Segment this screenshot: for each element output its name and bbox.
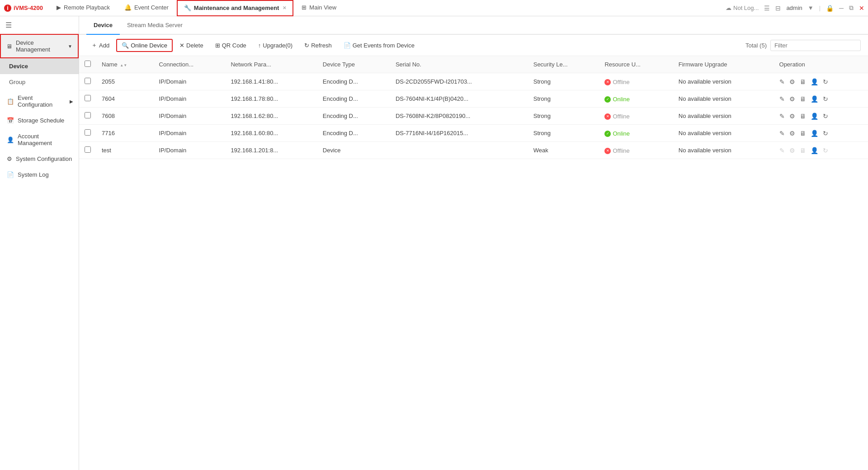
- table-row: 7604 IP/Domain 192.168.1.78:80... Encodi…: [79, 90, 868, 108]
- list-icon-btn[interactable]: ☰: [764, 5, 770, 12]
- sidebar-item-account-management[interactable]: 👤 Account Management: [0, 128, 79, 151]
- settings-icon[interactable]: ⚙: [789, 130, 795, 137]
- select-all-checkbox[interactable]: [85, 61, 91, 67]
- toolbar-right: Total (5): [745, 40, 861, 51]
- row-name: 7608: [96, 108, 154, 125]
- row-serial-no: DS-7608NI-K2/8P0820190...: [390, 108, 528, 125]
- tab-event-center[interactable]: 🔔 Event Center: [118, 0, 175, 16]
- row-checkbox[interactable]: [85, 129, 91, 136]
- tab-remote-playback[interactable]: ▶ Remote Playback: [50, 0, 116, 16]
- table-row: 2055 IP/Domain 192.168.1.41:80... Encodi…: [79, 73, 868, 90]
- sidebar-item-system-log[interactable]: 📄 System Log: [0, 167, 79, 183]
- row-network: 192.168.1.41:80...: [225, 73, 317, 90]
- toolbar: ＋ Add 🔍 Online Device ✕ Delete ⊞ QR Code…: [79, 35, 868, 56]
- header-security-level: Security Le...: [528, 56, 599, 73]
- row-name: 7604: [96, 90, 154, 108]
- filter-input[interactable]: [770, 40, 861, 51]
- row-resource: ✓ Online: [599, 90, 673, 108]
- row-serial-no: DS-7604NI-K1/4P(B)0420...: [390, 90, 528, 108]
- system-icon: ⚙: [7, 155, 12, 162]
- remote-config-icon[interactable]: 🖥: [800, 78, 806, 85]
- remote-config-icon: 🖥: [800, 147, 806, 154]
- row-checkbox-cell: [79, 108, 96, 125]
- remote-config-icon[interactable]: 🖥: [800, 95, 806, 103]
- user-icon[interactable]: 👤: [811, 130, 818, 137]
- sidebar-item-event-configuration[interactable]: 📋 Event Configuration ▶: [0, 90, 79, 113]
- user-icon: 👤: [811, 147, 818, 154]
- sub-tab-stream-media-server[interactable]: Stream Media Server: [120, 16, 190, 35]
- tab-close-icon[interactable]: ✕: [283, 5, 286, 10]
- app-logo: i iVMS-4200: [4, 4, 43, 12]
- search-icon: 🔍: [122, 42, 129, 49]
- edit-icon[interactable]: ✎: [779, 113, 785, 120]
- sidebar-toggle[interactable]: ☰: [0, 16, 79, 34]
- status-text: Online: [613, 130, 630, 137]
- edit-icon[interactable]: ✎: [779, 78, 785, 85]
- tab-main-view[interactable]: ⊞ Main View: [295, 0, 343, 16]
- status-text: Offline: [613, 113, 629, 120]
- grid-icon-btn[interactable]: ⊟: [775, 5, 781, 12]
- upgrade-button[interactable]: ↑ Upgrade(0): [253, 39, 297, 52]
- user-icon[interactable]: 👤: [811, 78, 818, 85]
- row-checkbox[interactable]: [85, 95, 91, 101]
- row-connection: IP/Domain: [154, 125, 226, 142]
- user-label: admin: [786, 5, 802, 11]
- row-device-type: Encoding D...: [317, 90, 390, 108]
- refresh-button[interactable]: ↻ Refresh: [299, 39, 337, 52]
- operation-icons: ✎ ⚙ 🖥 👤 ↻: [779, 113, 863, 120]
- row-device-type: Encoding D...: [317, 125, 390, 142]
- content-area: Device Stream Media Server ＋ Add 🔍 Onlin…: [79, 16, 868, 470]
- table-header-row: Name ▲▼ Connection... Network Para... De…: [79, 56, 868, 73]
- row-checkbox[interactable]: [85, 112, 91, 118]
- delete-button[interactable]: ✕ Delete: [175, 39, 208, 52]
- sidebar-item-device-management[interactable]: 🖥 Device Management ▼: [0, 34, 79, 58]
- remote-config-icon[interactable]: 🖥: [800, 130, 806, 137]
- refresh-icon[interactable]: ↻: [823, 113, 828, 120]
- tab-maintenance[interactable]: 🔧 Maintenance and Management ✕: [177, 0, 294, 16]
- edit-icon[interactable]: ✎: [779, 130, 785, 137]
- add-button[interactable]: ＋ Add: [86, 38, 114, 52]
- settings-icon[interactable]: ⚙: [789, 78, 795, 85]
- table-row: 7716 IP/Domain 192.168.1.60:80... Encodi…: [79, 125, 868, 142]
- settings-icon[interactable]: ⚙: [789, 95, 795, 103]
- user-icon[interactable]: 👤: [811, 113, 818, 120]
- storage-icon: 📅: [7, 117, 14, 124]
- sidebar-item-group[interactable]: Group: [0, 74, 79, 90]
- row-security-level: Strong: [528, 108, 599, 125]
- row-firmware: No available version: [673, 73, 774, 90]
- close-btn[interactable]: ✕: [859, 5, 864, 12]
- header-firmware: Firmware Upgrade: [673, 56, 774, 73]
- settings-icon[interactable]: ⚙: [789, 113, 795, 120]
- status-text: Online: [613, 96, 630, 103]
- row-network: 192.168.1.62:80...: [225, 108, 317, 125]
- sidebar-item-device[interactable]: Device: [0, 58, 79, 74]
- sidebar: ☰ 🖥 Device Management ▼ Device Group 📋 E…: [0, 16, 79, 470]
- qr-code-button[interactable]: ⊞ QR Code: [210, 39, 251, 52]
- user-icon[interactable]: 👤: [811, 95, 818, 103]
- refresh-icon[interactable]: ↻: [823, 130, 828, 137]
- row-device-type: Encoding D...: [317, 73, 390, 90]
- title-bar-right: ☁ Not Log... ☰ ⊟ admin ▼ | 🔒 ─ ⧉ ✕: [726, 4, 864, 12]
- remote-config-icon[interactable]: 🖥: [800, 113, 806, 120]
- get-events-button[interactable]: 📄 Get Events from Device: [339, 39, 420, 52]
- refresh-icon[interactable]: ↻: [823, 95, 828, 103]
- row-resource: ✕ Offline: [599, 73, 673, 90]
- row-operation: ✎ ⚙ 🖥 👤 ↻: [774, 142, 868, 159]
- minimize-btn[interactable]: ─: [839, 5, 844, 12]
- refresh-icon[interactable]: ↻: [823, 78, 828, 85]
- edit-icon[interactable]: ✎: [779, 95, 785, 103]
- lock-icon-btn[interactable]: 🔒: [826, 5, 834, 12]
- row-checkbox-cell: [79, 125, 96, 142]
- grid-icon: ⊞: [302, 4, 307, 11]
- row-checkbox[interactable]: [85, 146, 91, 153]
- sub-tab-device[interactable]: Device: [86, 16, 120, 35]
- sidebar-item-storage-schedule[interactable]: 📅 Storage Schedule: [0, 113, 79, 128]
- row-checkbox[interactable]: [85, 78, 91, 84]
- sidebar-item-system-configuration[interactable]: ⚙ System Configuration: [0, 151, 79, 167]
- restore-btn[interactable]: ⧉: [849, 4, 854, 12]
- online-device-button[interactable]: 🔍 Online Device: [116, 39, 173, 52]
- operation-icons: ✎ ⚙ 🖥 👤 ↻: [779, 78, 863, 85]
- sort-icon[interactable]: ▲▼: [120, 64, 127, 67]
- title-bar: i iVMS-4200 ▶ Remote Playback 🔔 Event Ce…: [0, 0, 868, 16]
- operation-icons: ✎ ⚙ 🖥 👤 ↻: [779, 130, 863, 137]
